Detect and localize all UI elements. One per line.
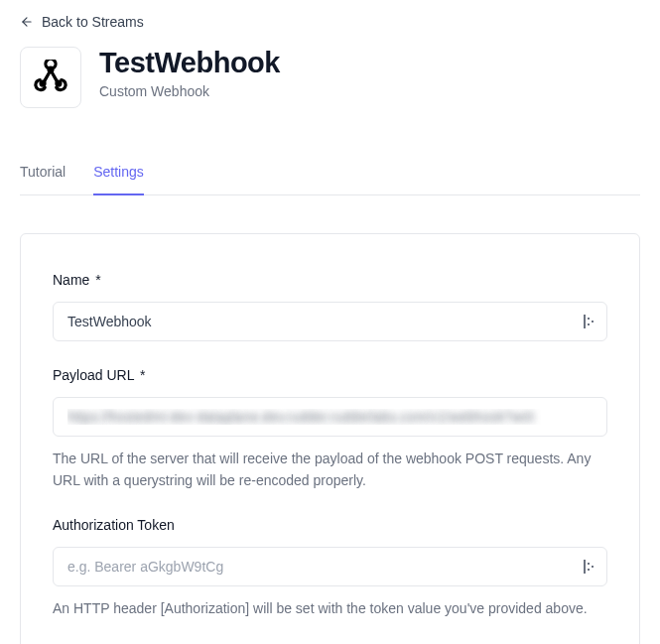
name-required-marker: * — [95, 272, 100, 288]
svg-rect-4 — [584, 315, 586, 328]
page-header: TestWebhook Custom Webhook — [20, 47, 640, 108]
webhook-icon — [20, 47, 81, 108]
payload-url-required-marker: * — [140, 367, 145, 383]
name-input[interactable] — [53, 302, 607, 341]
tabs: Tutorial Settings — [20, 164, 640, 195]
tab-tutorial[interactable]: Tutorial — [20, 164, 66, 195]
svg-rect-9 — [588, 563, 590, 565]
auth-token-input[interactable] — [53, 547, 607, 586]
payload-url-label: Payload URL * — [53, 367, 607, 383]
svg-rect-7 — [592, 321, 594, 322]
settings-panel: Name * Payload URL * The URL of the serv… — [20, 233, 640, 644]
payload-url-label-text: Payload URL — [53, 367, 134, 383]
payload-url-input[interactable] — [53, 397, 607, 437]
payload-url-help: The URL of the server that will receive … — [53, 449, 607, 491]
page-subtitle: Custom Webhook — [99, 83, 280, 99]
tab-settings[interactable]: Settings — [93, 164, 144, 195]
arrow-left-icon — [20, 15, 34, 29]
field-name: Name * — [53, 272, 607, 341]
back-link-label: Back to Streams — [42, 14, 144, 30]
input-suffix-icon[interactable] — [582, 559, 597, 575]
back-to-streams-link[interactable]: Back to Streams — [20, 14, 144, 30]
input-suffix-icon[interactable] — [582, 314, 597, 329]
field-payload-url: Payload URL * The URL of the server that… — [53, 367, 607, 491]
field-auth-token: Authorization Token An HTTP header [Auth… — [53, 517, 607, 620]
svg-rect-6 — [588, 323, 590, 325]
svg-rect-5 — [588, 318, 590, 320]
page-title: TestWebhook — [99, 47, 280, 79]
svg-rect-11 — [592, 566, 594, 568]
svg-rect-8 — [584, 560, 586, 574]
auth-token-label-text: Authorization Token — [53, 517, 175, 533]
auth-token-help: An HTTP header [Authorization] will be s… — [53, 598, 607, 620]
svg-rect-10 — [588, 569, 590, 571]
name-label: Name * — [53, 272, 607, 288]
name-label-text: Name — [53, 272, 89, 288]
auth-token-label: Authorization Token — [53, 517, 607, 533]
